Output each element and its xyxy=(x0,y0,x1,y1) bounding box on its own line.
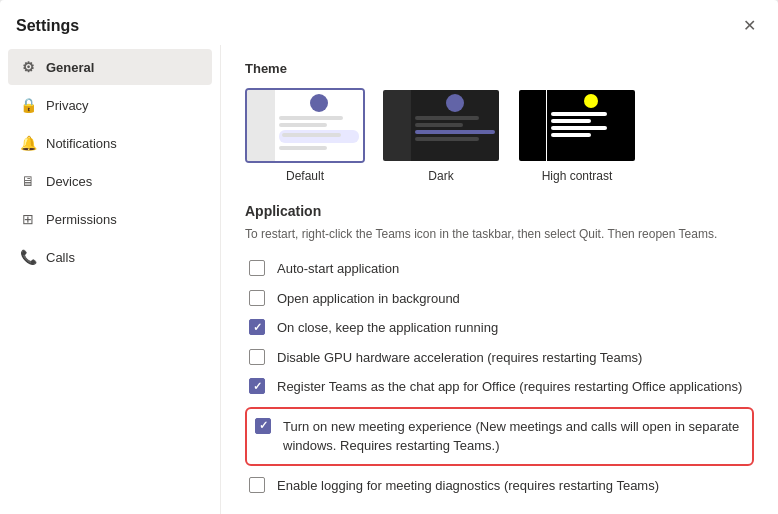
theme-options: Default Dark xyxy=(245,88,754,183)
checkbox-label-new_meeting[interactable]: Turn on new meeting experience (New meet… xyxy=(283,417,744,456)
checkbox-disable_gpu[interactable] xyxy=(249,349,265,365)
privacy-icon: 🔒 xyxy=(18,95,38,115)
checkbox-wrapper-open_background xyxy=(249,290,267,308)
checkbox-row-keep_running: On close, keep the application running xyxy=(245,318,754,338)
dialog-title: Settings xyxy=(16,17,79,35)
notifications-icon: 🔔 xyxy=(18,133,38,153)
sidebar-label-calls: Calls xyxy=(46,250,75,265)
checkbox-label-keep_running[interactable]: On close, keep the application running xyxy=(277,318,498,338)
sidebar-item-notifications[interactable]: 🔔Notifications xyxy=(8,125,212,161)
checkbox-label-disable_gpu[interactable]: Disable GPU hardware acceleration (requi… xyxy=(277,348,642,368)
theme-preview-default xyxy=(245,88,365,163)
calls-icon: 📞 xyxy=(18,247,38,267)
checkbox-label-enable_logging[interactable]: Enable logging for meeting diagnostics (… xyxy=(277,476,659,496)
checkbox-row-register_teams: Register Teams as the chat app for Offic… xyxy=(245,377,754,397)
sidebar-label-devices: Devices xyxy=(46,174,92,189)
sidebar-item-devices[interactable]: 🖥Devices xyxy=(8,163,212,199)
application-section-title: Application xyxy=(245,203,754,219)
checkbox-open_background[interactable] xyxy=(249,290,265,306)
dialog-content: ⚙General🔒Privacy🔔Notifications🖥Devices⊞P… xyxy=(0,45,778,514)
checkboxes-container: Auto-start applicationOpen application i… xyxy=(245,259,754,495)
theme-preview-dark xyxy=(381,88,501,163)
settings-dialog: Settings ✕ ⚙General🔒Privacy🔔Notification… xyxy=(0,0,778,514)
sidebar: ⚙General🔒Privacy🔔Notifications🖥Devices⊞P… xyxy=(0,45,220,514)
checkbox-row-enable_logging: Enable logging for meeting diagnostics (… xyxy=(245,476,754,496)
checkbox-label-register_teams[interactable]: Register Teams as the chat app for Offic… xyxy=(277,377,742,397)
checkbox-wrapper-keep_running xyxy=(249,319,267,337)
checkbox-wrapper-disable_gpu xyxy=(249,349,267,367)
theme-option-default[interactable]: Default xyxy=(245,88,365,183)
checkbox-enable_logging[interactable] xyxy=(249,477,265,493)
theme-option-dark[interactable]: Dark xyxy=(381,88,501,183)
checkbox-auto_start[interactable] xyxy=(249,260,265,276)
theme-option-high_contrast[interactable]: High contrast xyxy=(517,88,637,183)
application-description: To restart, right-click the Teams icon i… xyxy=(245,225,754,243)
sidebar-item-calls[interactable]: 📞Calls xyxy=(8,239,212,275)
theme-label-dark: Dark xyxy=(428,169,453,183)
checkbox-row-new_meeting: Turn on new meeting experience (New meet… xyxy=(245,407,754,466)
sidebar-item-permissions[interactable]: ⊞Permissions xyxy=(8,201,212,237)
checkbox-label-auto_start[interactable]: Auto-start application xyxy=(277,259,399,279)
sidebar-item-privacy[interactable]: 🔒Privacy xyxy=(8,87,212,123)
main-content: Theme Default xyxy=(220,45,778,514)
checkbox-wrapper-auto_start xyxy=(249,260,267,278)
checkbox-row-auto_start: Auto-start application xyxy=(245,259,754,279)
sidebar-label-general: General xyxy=(46,60,94,75)
checkbox-new_meeting[interactable] xyxy=(255,418,271,434)
checkbox-wrapper-enable_logging xyxy=(249,477,267,495)
sidebar-label-privacy: Privacy xyxy=(46,98,89,113)
devices-icon: 🖥 xyxy=(18,171,38,191)
sidebar-item-general[interactable]: ⚙General xyxy=(8,49,212,85)
permissions-icon: ⊞ xyxy=(18,209,38,229)
theme-label-default: Default xyxy=(286,169,324,183)
close-button[interactable]: ✕ xyxy=(737,14,762,37)
checkbox-wrapper-new_meeting xyxy=(255,418,273,436)
checkbox-wrapper-register_teams xyxy=(249,378,267,396)
theme-section-title: Theme xyxy=(245,61,754,76)
sidebar-label-permissions: Permissions xyxy=(46,212,117,227)
checkbox-register_teams[interactable] xyxy=(249,378,265,394)
checkbox-keep_running[interactable] xyxy=(249,319,265,335)
theme-label-high_contrast: High contrast xyxy=(542,169,613,183)
sidebar-label-notifications: Notifications xyxy=(46,136,117,151)
theme-preview-high_contrast xyxy=(517,88,637,163)
general-icon: ⚙ xyxy=(18,57,38,77)
title-bar: Settings ✕ xyxy=(0,0,778,45)
checkbox-row-open_background: Open application in background xyxy=(245,289,754,309)
checkbox-label-open_background[interactable]: Open application in background xyxy=(277,289,460,309)
checkbox-row-disable_gpu: Disable GPU hardware acceleration (requi… xyxy=(245,348,754,368)
